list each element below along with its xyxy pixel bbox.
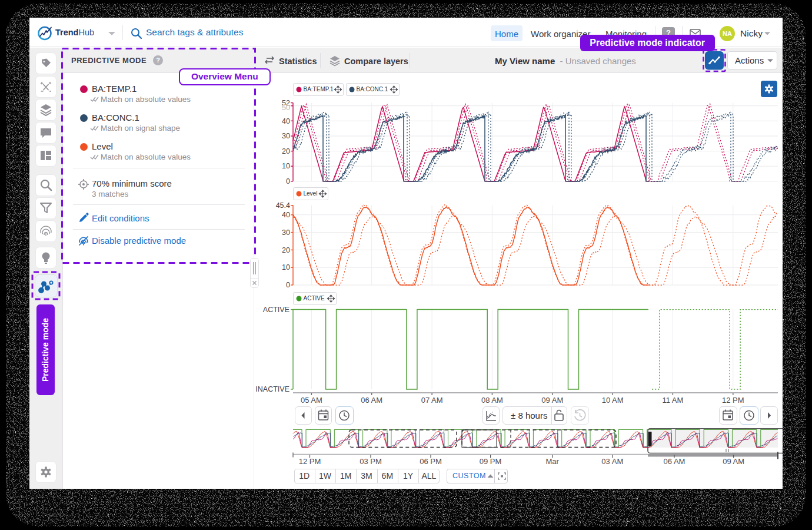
svg-text:50: 50 [282, 104, 290, 112]
svg-text:20: 20 [282, 147, 290, 155]
svg-text:06 AM: 06 AM [664, 457, 685, 466]
svg-text:BA:CONC.1: BA:CONC.1 [357, 86, 388, 92]
svg-text:ACTIVE: ACTIVE [304, 295, 325, 302]
svg-text:30: 30 [282, 228, 290, 237]
svg-text:06 AM: 06 AM [361, 396, 382, 405]
svg-text:03 AM: 03 AM [601, 457, 623, 466]
svg-text:0: 0 [286, 281, 290, 289]
svg-text:12 PM: 12 PM [722, 396, 744, 405]
svg-text:ACTIVE: ACTIVE [263, 306, 289, 314]
svg-text:0: 0 [286, 177, 290, 186]
svg-text:10: 10 [282, 263, 290, 271]
svg-text:08 AM: 08 AM [481, 396, 503, 405]
svg-text:30: 30 [282, 132, 290, 140]
svg-text:20: 20 [282, 246, 290, 254]
svg-text:40: 40 [282, 117, 290, 125]
svg-text:45.4: 45.4 [276, 201, 290, 210]
svg-text:Mar: Mar [545, 457, 559, 466]
svg-text:40: 40 [282, 211, 290, 219]
svg-text:INACTIVE: INACTIVE [255, 385, 289, 393]
svg-text:10 AM: 10 AM [602, 396, 624, 405]
svg-text:BA:TEMP.1: BA:TEMP.1 [304, 86, 334, 92]
svg-text:03 PM: 03 PM [360, 457, 382, 466]
svg-text:11 AM: 11 AM [662, 396, 683, 405]
svg-text:05 AM: 05 AM [301, 396, 322, 405]
svg-text:09 AM: 09 AM [723, 457, 744, 466]
svg-text:09 AM: 09 AM [541, 396, 563, 405]
svg-text:10: 10 [282, 162, 290, 170]
svg-text:06 PM: 06 PM [420, 457, 442, 466]
svg-text:07 AM: 07 AM [421, 396, 443, 405]
svg-text:09 PM: 09 PM [480, 457, 502, 466]
svg-text:12 PM: 12 PM [299, 457, 321, 466]
svg-text:Level: Level [304, 190, 318, 197]
